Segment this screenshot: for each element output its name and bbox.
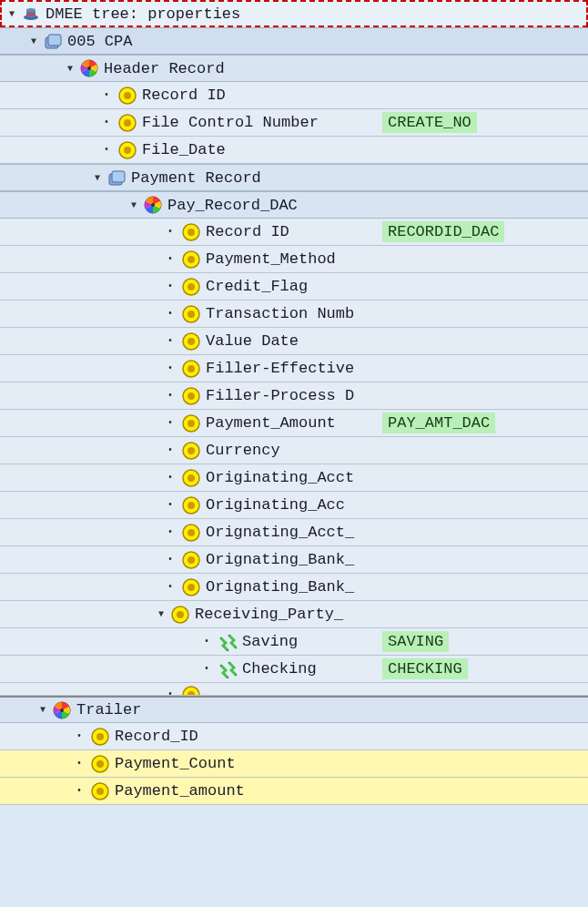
node-saving[interactable]: • Saving SAVING — [0, 628, 588, 656]
element-icon — [182, 524, 200, 542]
node-originating-acc[interactable]: • Originating_Acc — [0, 492, 588, 519]
collapse-toggle[interactable]: ▼ — [91, 171, 104, 184]
bullet-icon: • — [73, 786, 86, 796]
node-payment-method[interactable]: • Payment_Method — [0, 246, 588, 273]
wheel-icon — [53, 701, 71, 719]
exit-badge: PAY_AMT_DAC — [382, 413, 495, 433]
node-label: File_Date — [142, 141, 226, 158]
collapse-toggle[interactable]: ▼ — [36, 704, 49, 717]
node-header-record[interactable]: ▼ Header Record — [0, 55, 588, 82]
node-label: Filler-Process D — [206, 387, 354, 404]
dmee-tree: ▼ DMEE tree: properties ▼ 005 CPA ▼ Head… — [0, 0, 588, 805]
bullet-icon: • — [164, 391, 177, 401]
tree-root-row[interactable]: ▼ DMEE tree: properties — [0, 0, 588, 27]
bullet-icon: • — [164, 254, 177, 264]
stack-icon — [107, 168, 126, 187]
node-orignating-bank2[interactable]: • Orignating_Bank_ — [0, 574, 588, 601]
node-trailer-payment-amount[interactable]: • Payment_amount — [0, 778, 588, 805]
node-label: Orignating_Bank_ — [206, 578, 354, 596]
node-filler-process[interactable]: • Filler-Process D — [0, 382, 588, 410]
node-cpa[interactable]: ▼ 005 CPA — [0, 27, 588, 55]
bullet-icon: • — [164, 689, 177, 696]
bullet-icon: • — [164, 363, 177, 373]
bullet-icon: • — [73, 759, 86, 769]
node-label: Record ID — [142, 87, 226, 104]
node-label: Payment_Method — [206, 250, 336, 268]
wheel-icon — [80, 59, 98, 77]
condition-icon — [218, 660, 237, 678]
node-orignating-acct[interactable]: • Orignating_Acct_ — [0, 519, 588, 546]
node-dac-record-id[interactable]: • Record ID RECORDID_DAC — [0, 219, 588, 246]
element-icon — [91, 782, 109, 800]
node-label: Orignating_Acct_ — [206, 524, 354, 541]
node-label: Checking — [242, 660, 317, 678]
element-icon — [182, 223, 200, 241]
bullet-icon: • — [100, 90, 113, 100]
element-icon — [118, 141, 137, 159]
element-icon — [182, 360, 200, 378]
bullet-icon: • — [100, 145, 113, 155]
node-currency[interactable]: • Currency — [0, 437, 588, 464]
element-icon — [171, 606, 189, 624]
node-label: Originating_Acct — [206, 469, 354, 486]
bullet-icon: • — [164, 527, 177, 537]
node-label: Value Date — [206, 332, 299, 350]
node-credit-flag[interactable]: • Credit_Flag — [0, 273, 588, 301]
element-icon — [182, 305, 200, 323]
node-label: Header Record — [104, 60, 225, 77]
node-label: Originating_Acc — [206, 496, 345, 514]
node-label: Record_ID — [115, 728, 198, 745]
collapse-toggle[interactable]: ▼ — [64, 62, 76, 75]
node-value-date[interactable]: • Value Date — [0, 328, 588, 355]
node-filler-effective[interactable]: • Filler-Effective — [0, 355, 588, 382]
node-trailer-record-id[interactable]: • Record_ID — [0, 723, 588, 750]
element-icon — [182, 496, 200, 515]
element-icon — [182, 332, 200, 351]
exit-badge: RECORDID_DAC — [382, 221, 504, 242]
bullet-icon: • — [73, 731, 86, 741]
node-label: Transaction Numb — [206, 305, 354, 322]
hat-icon — [22, 5, 40, 23]
node-checking[interactable]: • Checking CHECKING — [0, 656, 588, 683]
node-transaction-number[interactable]: • Transaction Numb — [0, 301, 588, 328]
condition-icon — [218, 633, 237, 651]
node-label: Credit_Flag — [206, 278, 308, 295]
node-receiving-party[interactable]: ▼ Receiving_Party_ — [0, 601, 588, 628]
collapse-toggle[interactable]: ▼ — [127, 199, 140, 211]
node-label: Currency — [206, 442, 280, 459]
collapse-toggle[interactable]: ▼ — [5, 7, 18, 20]
node-orignating-bank1[interactable]: • Orignating_Bank_ — [0, 546, 588, 574]
node-payment-count[interactable]: • Payment_Count — [0, 750, 588, 778]
node-label: Orignating_Bank_ — [206, 551, 354, 568]
node-label: Payment_Count — [115, 755, 236, 772]
bullet-icon: • — [164, 418, 177, 428]
bullet-icon: • — [164, 336, 177, 346]
element-icon — [118, 87, 137, 105]
node-payment-amount[interactable]: • Payment_Amount PAY_AMT_DAC — [0, 410, 588, 437]
node-trailer[interactable]: ▼ Trailer — [0, 696, 588, 723]
bullet-icon: • — [164, 500, 177, 510]
bullet-icon: • — [164, 582, 177, 592]
node-originating-acct1[interactable]: • Originating_Acct — [0, 464, 588, 492]
element-icon — [182, 442, 200, 460]
node-partial[interactable]: • — [0, 683, 588, 696]
node-record-id[interactable]: • Record ID — [0, 82, 588, 109]
element-icon — [182, 278, 200, 296]
node-label: Payment Record — [131, 169, 261, 187]
bullet-icon: • — [164, 445, 177, 455]
bullet-icon: • — [164, 281, 177, 291]
stack-icon — [44, 32, 62, 50]
element-icon — [91, 728, 109, 746]
bullet-icon: • — [200, 664, 213, 674]
element-icon — [182, 551, 200, 569]
node-file-control-number[interactable]: • File Control Number CREATE_NO — [0, 109, 588, 137]
node-pay-record-dac[interactable]: ▼ Pay_Record_DAC — [0, 191, 588, 219]
exit-badge: CREATE_NO — [382, 112, 477, 133]
bullet-icon: • — [164, 473, 177, 483]
collapse-toggle[interactable]: ▼ — [155, 608, 167, 621]
collapse-toggle[interactable]: ▼ — [27, 35, 40, 47]
bullet-icon: • — [164, 555, 177, 565]
node-label: Filler-Effective — [206, 360, 354, 377]
node-payment-record[interactable]: ▼ Payment Record — [0, 164, 588, 191]
node-file-date[interactable]: • File_Date — [0, 137, 588, 164]
